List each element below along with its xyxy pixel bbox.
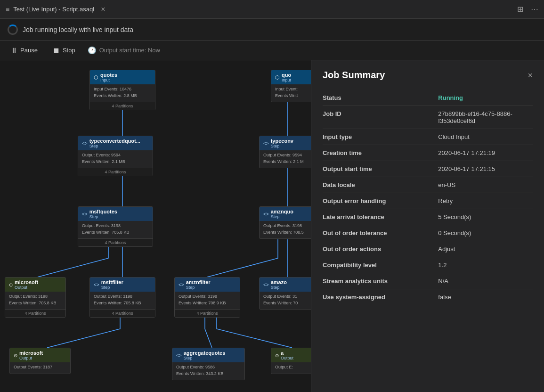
summary-close-button[interactable]: × xyxy=(528,71,533,80)
canvas-area: ⬡ quotes Input Input Events: 10476 Event… xyxy=(0,60,311,392)
summary-panel-header: Job Summary × xyxy=(323,70,533,81)
node-typeconv-title: typeconv xyxy=(271,138,293,144)
node-a-out-header: ⊙ a Output xyxy=(271,348,311,362)
summary-field-label: Data locale xyxy=(323,177,438,193)
node-amznquo-title: amznquo xyxy=(271,209,293,214)
node-microsoft-out-subtitle: Output xyxy=(19,356,43,360)
summary-row: Creation time2020-06-17 17:21:19 xyxy=(323,145,533,161)
node-msftfilter-body: Output Events: 3198 Events Written: 705.… xyxy=(90,292,155,309)
step-icon6: <> xyxy=(179,282,184,287)
summary-field-label: Input type xyxy=(323,129,438,145)
node-quo-subtitle: Input xyxy=(282,78,291,82)
node-quotes-title: quotes xyxy=(100,72,117,78)
node-microsoft-output-title: microsoft xyxy=(15,279,38,285)
summary-row: Data localeen-US xyxy=(323,177,533,193)
node-typeconv-body: Output Events: 9594 Events Written: 2.1 … xyxy=(260,150,311,168)
more-icon[interactable]: ⋯ xyxy=(531,5,538,14)
summary-row: Output start time2020-06-17 17:21:15 xyxy=(323,161,533,177)
node-amznquo-header: <> amznquo Step xyxy=(260,207,311,221)
output-icon3: ⊙ xyxy=(275,353,279,358)
node-amazon[interactable]: <> amazo Step Output Events: 31 Events W… xyxy=(259,277,311,310)
title-bar: ≡ Test (Live Input) - Script.asaql × ⊞ ⋯ xyxy=(0,0,544,19)
node-amznquo-subtitle: Step xyxy=(271,214,293,219)
node-amznfilter-partitions: 4 Partitions xyxy=(175,309,240,317)
summary-field-value: Cloud Input xyxy=(438,129,533,145)
step-icon7: <> xyxy=(263,282,269,287)
step-icon2: <> xyxy=(263,141,269,146)
summary-panel: Job Summary × StatusRunningJob ID27b899b… xyxy=(311,60,544,392)
node-a-out[interactable]: ⊙ a Output Output E: xyxy=(271,348,311,374)
summary-field-label: Creation time xyxy=(323,145,438,161)
step-icon4: <> xyxy=(263,212,269,217)
summary-field-label: Stream analytics units xyxy=(323,273,438,289)
summary-field-label: Output start time xyxy=(323,161,438,177)
node-microsoft-out[interactable]: ⊙ microsoft Output Output Events: 3187 xyxy=(9,348,71,374)
node-amznquo[interactable]: <> amznquo Step Output Events: 3198 Even… xyxy=(259,206,311,239)
summary-row: Late arrival tolerance5 Second(s) xyxy=(323,209,533,225)
node-msftquotes-title: msftquotes xyxy=(89,209,117,214)
node-quo[interactable]: ⬡ quo Input Input Event: Events Writt xyxy=(271,70,311,102)
node-typeconvertedquot1-body: Output Events: 9594 Events Written: 2.1 … xyxy=(78,150,153,168)
output-icon: ⊙ xyxy=(9,282,13,287)
node-typeconv[interactable]: <> typeconv Step Output Events: 9594 Eve… xyxy=(259,136,311,168)
output-icon2: ⊙ xyxy=(14,353,17,358)
summary-field-value: en-US xyxy=(438,177,533,193)
node-a-out-body: Output E: xyxy=(271,362,311,374)
input-icon: ⬡ xyxy=(94,74,98,81)
node-msftfilter-partitions: 4 Partitions xyxy=(90,309,155,317)
step-icon: <> xyxy=(82,141,88,146)
step-icon3: <> xyxy=(82,212,88,217)
pause-button[interactable]: ⏸ Pause xyxy=(8,44,41,56)
summary-field-label: Late arrival tolerance xyxy=(323,209,438,225)
node-msftquotes[interactable]: <> msftquotes Step Output Events: 3198 E… xyxy=(78,206,153,247)
node-typeconvertedquot1-partitions: 4 Partitions xyxy=(78,168,153,176)
summary-field-value: 5 Second(s) xyxy=(438,209,533,225)
layout-icon[interactable]: ⊞ xyxy=(517,5,523,14)
node-quo-header: ⬡ quo Input xyxy=(271,70,311,84)
node-msftfilter-subtitle: Step xyxy=(101,285,123,290)
node-amznfilter-title: amznfilter xyxy=(186,279,211,285)
node-amznquo-body: Output Events: 3198 Events Written: 708.… xyxy=(260,221,311,238)
summary-field-value: 0 Second(s) xyxy=(438,225,533,241)
notification-text: Job running locally with live input data xyxy=(23,26,133,33)
node-microsoft-output[interactable]: ⊙ microsoft Output Output Events: 3198 E… xyxy=(5,277,66,318)
summary-row: StatusRunning xyxy=(323,90,533,106)
summary-row: Out of order actionsAdjust xyxy=(323,241,533,257)
notification-bar: Job running locally with live input data xyxy=(0,19,544,41)
node-msftfilter[interactable]: <> msftfilter Step Output Events: 3198 E… xyxy=(89,277,155,318)
summary-field-label: Out of order actions xyxy=(323,241,438,257)
node-aggregatequotes-subtitle: Step xyxy=(184,356,226,360)
node-microsoft-output-header: ⊙ microsoft Output xyxy=(5,278,65,292)
node-aggregatequotes-title: aggregatequotes xyxy=(184,350,226,356)
node-amazon-subtitle: Step xyxy=(271,285,287,290)
toolbar: ⏸ Pause ⏹ Stop 🕐 Output start time: Now xyxy=(0,41,544,60)
node-amznfilter[interactable]: <> amznfilter Step Output Events: 3198 E… xyxy=(174,277,240,318)
node-msftquotes-header: <> msftquotes Step xyxy=(78,207,153,221)
stop-button[interactable]: ⏹ Stop xyxy=(50,44,78,56)
summary-field-label: Status xyxy=(323,90,438,106)
node-aggregatequotes[interactable]: <> aggregatequotes Step Output Events: 9… xyxy=(172,348,245,380)
summary-field-value: 2020-06-17 17:21:15 xyxy=(438,161,533,177)
node-typeconvertedquot1-subtitle: Step xyxy=(89,144,140,148)
node-microsoft-out-title: microsoft xyxy=(19,350,43,356)
title-bar-actions: ⊞ ⋯ xyxy=(517,5,538,14)
node-aggregatequotes-body: Output Events: 9586 Events Written: 343.… xyxy=(172,362,244,380)
node-microsoft-output-subtitle: Output xyxy=(15,285,38,290)
summary-field-value: false xyxy=(438,289,533,305)
tab-close-button[interactable]: × xyxy=(101,6,105,13)
input-icon2: ⬡ xyxy=(275,74,280,81)
node-amznfilter-body: Output Events: 3198 Events Written: 708.… xyxy=(175,292,240,309)
pause-label: Pause xyxy=(20,47,38,54)
node-amazon-body: Output Events: 31 Events Written: 70 xyxy=(260,292,311,309)
pause-icon: ⏸ xyxy=(10,46,17,54)
canvas-content[interactable]: ⬡ quotes Input Input Events: 10476 Event… xyxy=(0,60,311,392)
node-amazon-header: <> amazo Step xyxy=(260,278,311,292)
node-microsoft-out-header: ⊙ microsoft Output xyxy=(10,348,70,362)
summary-field-value: 2020-06-17 17:21:19 xyxy=(438,145,533,161)
node-typeconvertedquot1[interactable]: <> typeconvertedquot... Step Output Even… xyxy=(78,136,153,176)
node-quotes[interactable]: ⬡ quotes Input Input Events: 10476 Event… xyxy=(89,70,155,110)
summary-field-value: Adjust xyxy=(438,241,533,257)
node-quotes-partitions: 4 Partitions xyxy=(90,102,155,110)
step-icon8: <> xyxy=(176,353,182,358)
main-area: ⬡ quotes Input Input Events: 10476 Event… xyxy=(0,60,544,392)
